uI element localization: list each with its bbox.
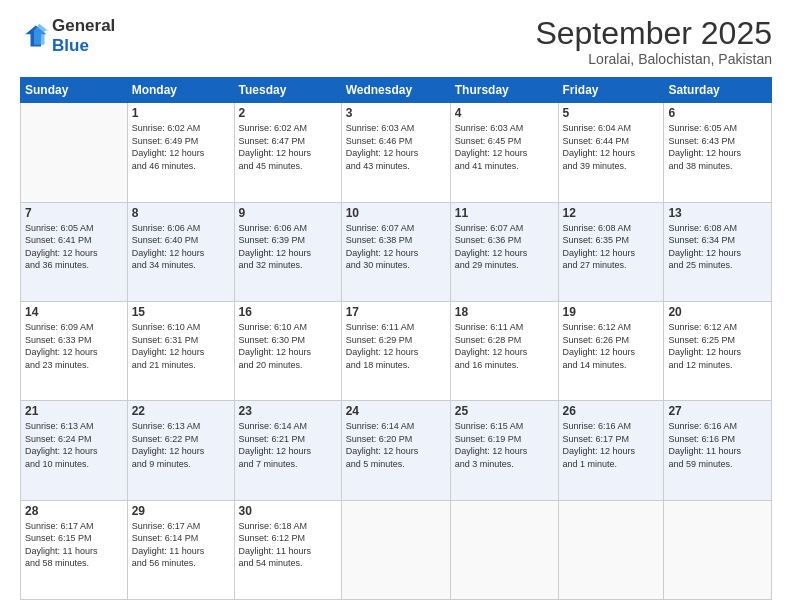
day-info: Sunrise: 6:16 AM Sunset: 6:17 PM Dayligh… [563,420,660,470]
day-number: 12 [563,206,660,220]
day-number: 16 [239,305,337,319]
day-number: 8 [132,206,230,220]
table-row: 26Sunrise: 6:16 AM Sunset: 6:17 PM Dayli… [558,401,664,500]
table-row: 27Sunrise: 6:16 AM Sunset: 6:16 PM Dayli… [664,401,772,500]
day-info: Sunrise: 6:12 AM Sunset: 6:25 PM Dayligh… [668,321,767,371]
table-row: 19Sunrise: 6:12 AM Sunset: 6:26 PM Dayli… [558,301,664,400]
day-info: Sunrise: 6:05 AM Sunset: 6:41 PM Dayligh… [25,222,123,272]
table-row [341,500,450,599]
title-block: September 2025 Loralai, Balochistan, Pak… [535,16,772,67]
day-number: 27 [668,404,767,418]
day-number: 23 [239,404,337,418]
day-info: Sunrise: 6:17 AM Sunset: 6:15 PM Dayligh… [25,520,123,570]
day-info: Sunrise: 6:17 AM Sunset: 6:14 PM Dayligh… [132,520,230,570]
col-sunday: Sunday [21,78,128,103]
table-row: 29Sunrise: 6:17 AM Sunset: 6:14 PM Dayli… [127,500,234,599]
day-info: Sunrise: 6:05 AM Sunset: 6:43 PM Dayligh… [668,122,767,172]
calendar-header-row: Sunday Monday Tuesday Wednesday Thursday… [21,78,772,103]
day-number: 3 [346,106,446,120]
day-number: 7 [25,206,123,220]
day-info: Sunrise: 6:06 AM Sunset: 6:39 PM Dayligh… [239,222,337,272]
day-number: 4 [455,106,554,120]
day-number: 11 [455,206,554,220]
day-info: Sunrise: 6:02 AM Sunset: 6:47 PM Dayligh… [239,122,337,172]
page: General Blue September 2025 Loralai, Bal… [0,0,792,612]
calendar-table: Sunday Monday Tuesday Wednesday Thursday… [20,77,772,600]
day-number: 17 [346,305,446,319]
location: Loralai, Balochistan, Pakistan [535,51,772,67]
day-info: Sunrise: 6:07 AM Sunset: 6:36 PM Dayligh… [455,222,554,272]
day-number: 15 [132,305,230,319]
day-number: 28 [25,504,123,518]
day-info: Sunrise: 6:11 AM Sunset: 6:29 PM Dayligh… [346,321,446,371]
day-info: Sunrise: 6:04 AM Sunset: 6:44 PM Dayligh… [563,122,660,172]
calendar-week-row: 14Sunrise: 6:09 AM Sunset: 6:33 PM Dayli… [21,301,772,400]
day-number: 13 [668,206,767,220]
table-row [21,103,128,202]
day-number: 21 [25,404,123,418]
day-number: 19 [563,305,660,319]
table-row: 25Sunrise: 6:15 AM Sunset: 6:19 PM Dayli… [450,401,558,500]
day-number: 25 [455,404,554,418]
table-row: 16Sunrise: 6:10 AM Sunset: 6:30 PM Dayli… [234,301,341,400]
day-info: Sunrise: 6:09 AM Sunset: 6:33 PM Dayligh… [25,321,123,371]
table-row: 4Sunrise: 6:03 AM Sunset: 6:45 PM Daylig… [450,103,558,202]
col-wednesday: Wednesday [341,78,450,103]
table-row: 9Sunrise: 6:06 AM Sunset: 6:39 PM Daylig… [234,202,341,301]
day-number: 26 [563,404,660,418]
calendar-week-row: 7Sunrise: 6:05 AM Sunset: 6:41 PM Daylig… [21,202,772,301]
day-number: 18 [455,305,554,319]
day-info: Sunrise: 6:12 AM Sunset: 6:26 PM Dayligh… [563,321,660,371]
table-row: 12Sunrise: 6:08 AM Sunset: 6:35 PM Dayli… [558,202,664,301]
table-row: 20Sunrise: 6:12 AM Sunset: 6:25 PM Dayli… [664,301,772,400]
day-number: 10 [346,206,446,220]
col-saturday: Saturday [664,78,772,103]
calendar-week-row: 28Sunrise: 6:17 AM Sunset: 6:15 PM Dayli… [21,500,772,599]
table-row: 13Sunrise: 6:08 AM Sunset: 6:34 PM Dayli… [664,202,772,301]
calendar-week-row: 21Sunrise: 6:13 AM Sunset: 6:24 PM Dayli… [21,401,772,500]
day-number: 2 [239,106,337,120]
logo-text: General Blue [52,16,115,55]
table-row [450,500,558,599]
table-row: 30Sunrise: 6:18 AM Sunset: 6:12 PM Dayli… [234,500,341,599]
day-info: Sunrise: 6:08 AM Sunset: 6:34 PM Dayligh… [668,222,767,272]
table-row: 10Sunrise: 6:07 AM Sunset: 6:38 PM Dayli… [341,202,450,301]
day-info: Sunrise: 6:16 AM Sunset: 6:16 PM Dayligh… [668,420,767,470]
day-number: 24 [346,404,446,418]
day-number: 6 [668,106,767,120]
day-number: 14 [25,305,123,319]
day-info: Sunrise: 6:02 AM Sunset: 6:49 PM Dayligh… [132,122,230,172]
day-info: Sunrise: 6:13 AM Sunset: 6:22 PM Dayligh… [132,420,230,470]
table-row [664,500,772,599]
table-row: 2Sunrise: 6:02 AM Sunset: 6:47 PM Daylig… [234,103,341,202]
table-row: 3Sunrise: 6:03 AM Sunset: 6:46 PM Daylig… [341,103,450,202]
day-info: Sunrise: 6:15 AM Sunset: 6:19 PM Dayligh… [455,420,554,470]
day-info: Sunrise: 6:07 AM Sunset: 6:38 PM Dayligh… [346,222,446,272]
table-row: 18Sunrise: 6:11 AM Sunset: 6:28 PM Dayli… [450,301,558,400]
table-row: 14Sunrise: 6:09 AM Sunset: 6:33 PM Dayli… [21,301,128,400]
day-info: Sunrise: 6:03 AM Sunset: 6:45 PM Dayligh… [455,122,554,172]
day-number: 9 [239,206,337,220]
day-number: 20 [668,305,767,319]
day-info: Sunrise: 6:03 AM Sunset: 6:46 PM Dayligh… [346,122,446,172]
table-row: 28Sunrise: 6:17 AM Sunset: 6:15 PM Dayli… [21,500,128,599]
day-info: Sunrise: 6:10 AM Sunset: 6:30 PM Dayligh… [239,321,337,371]
logo: General Blue [20,16,115,55]
day-info: Sunrise: 6:14 AM Sunset: 6:20 PM Dayligh… [346,420,446,470]
month-title: September 2025 [535,16,772,51]
table-row: 8Sunrise: 6:06 AM Sunset: 6:40 PM Daylig… [127,202,234,301]
day-number: 1 [132,106,230,120]
table-row: 22Sunrise: 6:13 AM Sunset: 6:22 PM Dayli… [127,401,234,500]
col-friday: Friday [558,78,664,103]
day-number: 29 [132,504,230,518]
table-row: 15Sunrise: 6:10 AM Sunset: 6:31 PM Dayli… [127,301,234,400]
day-info: Sunrise: 6:14 AM Sunset: 6:21 PM Dayligh… [239,420,337,470]
day-info: Sunrise: 6:18 AM Sunset: 6:12 PM Dayligh… [239,520,337,570]
calendar-week-row: 1Sunrise: 6:02 AM Sunset: 6:49 PM Daylig… [21,103,772,202]
table-row: 6Sunrise: 6:05 AM Sunset: 6:43 PM Daylig… [664,103,772,202]
table-row: 5Sunrise: 6:04 AM Sunset: 6:44 PM Daylig… [558,103,664,202]
table-row: 11Sunrise: 6:07 AM Sunset: 6:36 PM Dayli… [450,202,558,301]
day-number: 5 [563,106,660,120]
table-row [558,500,664,599]
day-info: Sunrise: 6:08 AM Sunset: 6:35 PM Dayligh… [563,222,660,272]
